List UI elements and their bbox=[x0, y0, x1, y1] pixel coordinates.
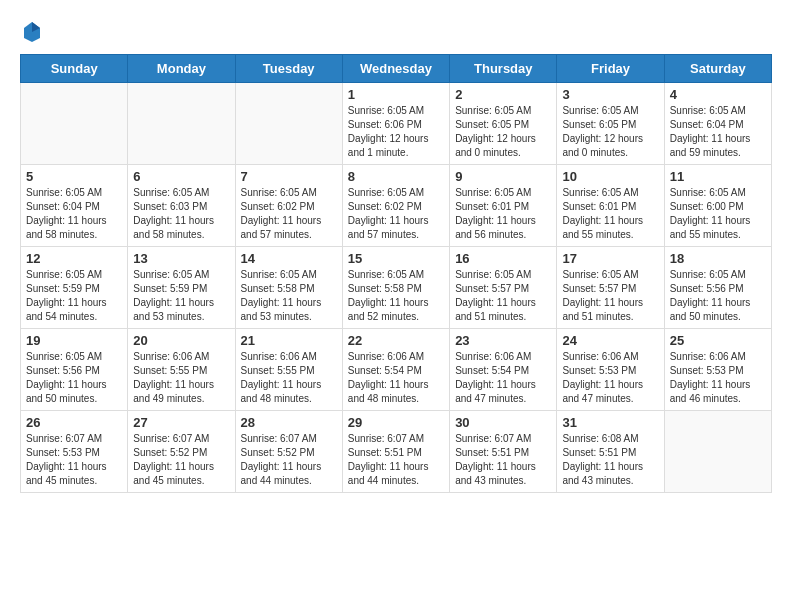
weekday-header-thursday: Thursday bbox=[450, 55, 557, 83]
logo-icon bbox=[20, 20, 44, 44]
day-cell-3: 3Sunrise: 6:05 AM Sunset: 6:05 PM Daylig… bbox=[557, 83, 664, 165]
day-number: 7 bbox=[241, 169, 337, 184]
day-info: Sunrise: 6:05 AM Sunset: 5:59 PM Dayligh… bbox=[26, 268, 122, 324]
week-row-5: 26Sunrise: 6:07 AM Sunset: 5:53 PM Dayli… bbox=[21, 411, 772, 493]
day-cell-25: 25Sunrise: 6:06 AM Sunset: 5:53 PM Dayli… bbox=[664, 329, 771, 411]
day-number: 13 bbox=[133, 251, 229, 266]
day-cell-14: 14Sunrise: 6:05 AM Sunset: 5:58 PM Dayli… bbox=[235, 247, 342, 329]
day-info: Sunrise: 6:05 AM Sunset: 5:58 PM Dayligh… bbox=[241, 268, 337, 324]
calendar: SundayMondayTuesdayWednesdayThursdayFrid… bbox=[20, 54, 772, 493]
day-number: 9 bbox=[455, 169, 551, 184]
day-cell-8: 8Sunrise: 6:05 AM Sunset: 6:02 PM Daylig… bbox=[342, 165, 449, 247]
day-cell-10: 10Sunrise: 6:05 AM Sunset: 6:01 PM Dayli… bbox=[557, 165, 664, 247]
logo bbox=[20, 20, 48, 44]
day-cell-5: 5Sunrise: 6:05 AM Sunset: 6:04 PM Daylig… bbox=[21, 165, 128, 247]
day-cell-9: 9Sunrise: 6:05 AM Sunset: 6:01 PM Daylig… bbox=[450, 165, 557, 247]
day-number: 26 bbox=[26, 415, 122, 430]
day-info: Sunrise: 6:05 AM Sunset: 5:56 PM Dayligh… bbox=[26, 350, 122, 406]
day-cell-29: 29Sunrise: 6:07 AM Sunset: 5:51 PM Dayli… bbox=[342, 411, 449, 493]
day-info: Sunrise: 6:05 AM Sunset: 6:02 PM Dayligh… bbox=[241, 186, 337, 242]
weekday-header-sunday: Sunday bbox=[21, 55, 128, 83]
day-number: 19 bbox=[26, 333, 122, 348]
day-number: 12 bbox=[26, 251, 122, 266]
day-number: 16 bbox=[455, 251, 551, 266]
week-row-4: 19Sunrise: 6:05 AM Sunset: 5:56 PM Dayli… bbox=[21, 329, 772, 411]
day-info: Sunrise: 6:06 AM Sunset: 5:54 PM Dayligh… bbox=[348, 350, 444, 406]
day-cell-22: 22Sunrise: 6:06 AM Sunset: 5:54 PM Dayli… bbox=[342, 329, 449, 411]
day-cell-15: 15Sunrise: 6:05 AM Sunset: 5:58 PM Dayli… bbox=[342, 247, 449, 329]
empty-cell bbox=[128, 83, 235, 165]
day-info: Sunrise: 6:05 AM Sunset: 5:59 PM Dayligh… bbox=[133, 268, 229, 324]
empty-cell bbox=[21, 83, 128, 165]
day-info: Sunrise: 6:08 AM Sunset: 5:51 PM Dayligh… bbox=[562, 432, 658, 488]
day-cell-12: 12Sunrise: 6:05 AM Sunset: 5:59 PM Dayli… bbox=[21, 247, 128, 329]
day-number: 23 bbox=[455, 333, 551, 348]
day-cell-30: 30Sunrise: 6:07 AM Sunset: 5:51 PM Dayli… bbox=[450, 411, 557, 493]
week-row-3: 12Sunrise: 6:05 AM Sunset: 5:59 PM Dayli… bbox=[21, 247, 772, 329]
day-number: 24 bbox=[562, 333, 658, 348]
day-info: Sunrise: 6:07 AM Sunset: 5:53 PM Dayligh… bbox=[26, 432, 122, 488]
day-number: 1 bbox=[348, 87, 444, 102]
day-number: 22 bbox=[348, 333, 444, 348]
day-info: Sunrise: 6:05 AM Sunset: 5:57 PM Dayligh… bbox=[455, 268, 551, 324]
day-cell-26: 26Sunrise: 6:07 AM Sunset: 5:53 PM Dayli… bbox=[21, 411, 128, 493]
day-number: 21 bbox=[241, 333, 337, 348]
day-info: Sunrise: 6:05 AM Sunset: 6:01 PM Dayligh… bbox=[455, 186, 551, 242]
day-cell-31: 31Sunrise: 6:08 AM Sunset: 5:51 PM Dayli… bbox=[557, 411, 664, 493]
day-cell-20: 20Sunrise: 6:06 AM Sunset: 5:55 PM Dayli… bbox=[128, 329, 235, 411]
day-info: Sunrise: 6:06 AM Sunset: 5:55 PM Dayligh… bbox=[241, 350, 337, 406]
day-cell-19: 19Sunrise: 6:05 AM Sunset: 5:56 PM Dayli… bbox=[21, 329, 128, 411]
weekday-header-wednesday: Wednesday bbox=[342, 55, 449, 83]
day-cell-2: 2Sunrise: 6:05 AM Sunset: 6:05 PM Daylig… bbox=[450, 83, 557, 165]
day-number: 17 bbox=[562, 251, 658, 266]
day-number: 11 bbox=[670, 169, 766, 184]
day-info: Sunrise: 6:05 AM Sunset: 6:05 PM Dayligh… bbox=[455, 104, 551, 160]
day-info: Sunrise: 6:05 AM Sunset: 6:01 PM Dayligh… bbox=[562, 186, 658, 242]
day-cell-21: 21Sunrise: 6:06 AM Sunset: 5:55 PM Dayli… bbox=[235, 329, 342, 411]
day-cell-24: 24Sunrise: 6:06 AM Sunset: 5:53 PM Dayli… bbox=[557, 329, 664, 411]
day-info: Sunrise: 6:05 AM Sunset: 6:03 PM Dayligh… bbox=[133, 186, 229, 242]
day-number: 28 bbox=[241, 415, 337, 430]
day-info: Sunrise: 6:05 AM Sunset: 5:56 PM Dayligh… bbox=[670, 268, 766, 324]
day-cell-7: 7Sunrise: 6:05 AM Sunset: 6:02 PM Daylig… bbox=[235, 165, 342, 247]
day-number: 6 bbox=[133, 169, 229, 184]
weekday-header-saturday: Saturday bbox=[664, 55, 771, 83]
day-info: Sunrise: 6:05 AM Sunset: 6:00 PM Dayligh… bbox=[670, 186, 766, 242]
day-number: 10 bbox=[562, 169, 658, 184]
day-number: 18 bbox=[670, 251, 766, 266]
weekday-header-friday: Friday bbox=[557, 55, 664, 83]
day-cell-13: 13Sunrise: 6:05 AM Sunset: 5:59 PM Dayli… bbox=[128, 247, 235, 329]
weekday-header-tuesday: Tuesday bbox=[235, 55, 342, 83]
day-info: Sunrise: 6:05 AM Sunset: 6:05 PM Dayligh… bbox=[562, 104, 658, 160]
day-cell-11: 11Sunrise: 6:05 AM Sunset: 6:00 PM Dayli… bbox=[664, 165, 771, 247]
day-cell-6: 6Sunrise: 6:05 AM Sunset: 6:03 PM Daylig… bbox=[128, 165, 235, 247]
day-info: Sunrise: 6:07 AM Sunset: 5:51 PM Dayligh… bbox=[455, 432, 551, 488]
day-info: Sunrise: 6:05 AM Sunset: 5:58 PM Dayligh… bbox=[348, 268, 444, 324]
day-info: Sunrise: 6:06 AM Sunset: 5:53 PM Dayligh… bbox=[670, 350, 766, 406]
day-cell-23: 23Sunrise: 6:06 AM Sunset: 5:54 PM Dayli… bbox=[450, 329, 557, 411]
day-number: 3 bbox=[562, 87, 658, 102]
week-row-2: 5Sunrise: 6:05 AM Sunset: 6:04 PM Daylig… bbox=[21, 165, 772, 247]
empty-cell bbox=[235, 83, 342, 165]
day-info: Sunrise: 6:07 AM Sunset: 5:52 PM Dayligh… bbox=[241, 432, 337, 488]
day-info: Sunrise: 6:05 AM Sunset: 6:04 PM Dayligh… bbox=[26, 186, 122, 242]
page-header bbox=[20, 20, 772, 44]
day-info: Sunrise: 6:07 AM Sunset: 5:51 PM Dayligh… bbox=[348, 432, 444, 488]
day-number: 27 bbox=[133, 415, 229, 430]
day-cell-4: 4Sunrise: 6:05 AM Sunset: 6:04 PM Daylig… bbox=[664, 83, 771, 165]
day-info: Sunrise: 6:05 AM Sunset: 5:57 PM Dayligh… bbox=[562, 268, 658, 324]
weekday-header-monday: Monday bbox=[128, 55, 235, 83]
day-number: 25 bbox=[670, 333, 766, 348]
day-number: 31 bbox=[562, 415, 658, 430]
day-number: 30 bbox=[455, 415, 551, 430]
day-cell-28: 28Sunrise: 6:07 AM Sunset: 5:52 PM Dayli… bbox=[235, 411, 342, 493]
day-number: 29 bbox=[348, 415, 444, 430]
day-number: 5 bbox=[26, 169, 122, 184]
day-number: 20 bbox=[133, 333, 229, 348]
week-row-1: 1Sunrise: 6:05 AM Sunset: 6:06 PM Daylig… bbox=[21, 83, 772, 165]
day-info: Sunrise: 6:06 AM Sunset: 5:53 PM Dayligh… bbox=[562, 350, 658, 406]
day-number: 15 bbox=[348, 251, 444, 266]
day-number: 14 bbox=[241, 251, 337, 266]
day-number: 8 bbox=[348, 169, 444, 184]
day-info: Sunrise: 6:05 AM Sunset: 6:06 PM Dayligh… bbox=[348, 104, 444, 160]
